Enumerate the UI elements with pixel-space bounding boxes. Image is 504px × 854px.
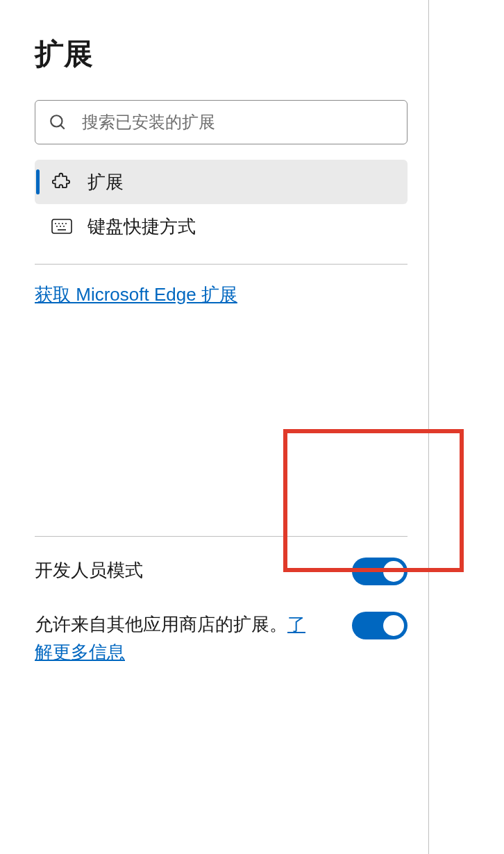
nav-item-extensions[interactable]: 扩展: [35, 160, 408, 204]
developer-mode-toggle[interactable]: [352, 558, 408, 585]
nav-label-keyboard-shortcuts: 键盘快捷方式: [87, 215, 196, 239]
page-title: 扩展: [35, 35, 408, 74]
search-input[interactable]: [82, 112, 394, 132]
nav-list: 扩展 键盘快捷方式: [35, 160, 408, 249]
keyboard-icon: [51, 219, 72, 234]
nav-label-extensions: 扩展: [87, 170, 124, 194]
search-box[interactable]: [35, 100, 408, 144]
extensions-panel: 扩展 扩展: [0, 0, 429, 854]
svg-point-0: [51, 115, 62, 126]
svg-line-1: [60, 125, 64, 128]
puzzle-icon: [51, 172, 72, 192]
other-stores-label: 允许来自其他应用商店的扩展。了解更多信息: [35, 610, 312, 667]
svg-rect-2: [52, 219, 72, 233]
setting-developer-mode: 开发人员模式: [35, 556, 408, 585]
get-edge-extensions-link[interactable]: 获取 Microsoft Edge 扩展: [35, 283, 237, 307]
other-stores-text: 允许来自其他应用商店的扩展。: [35, 614, 287, 635]
divider: [35, 536, 408, 537]
search-icon: [48, 113, 67, 131]
divider: [35, 264, 408, 265]
nav-item-keyboard-shortcuts[interactable]: 键盘快捷方式: [35, 204, 408, 249]
other-stores-toggle[interactable]: [352, 612, 408, 639]
setting-other-stores: 允许来自其他应用商店的扩展。了解更多信息: [35, 610, 408, 667]
developer-mode-label: 开发人员模式: [35, 556, 143, 584]
